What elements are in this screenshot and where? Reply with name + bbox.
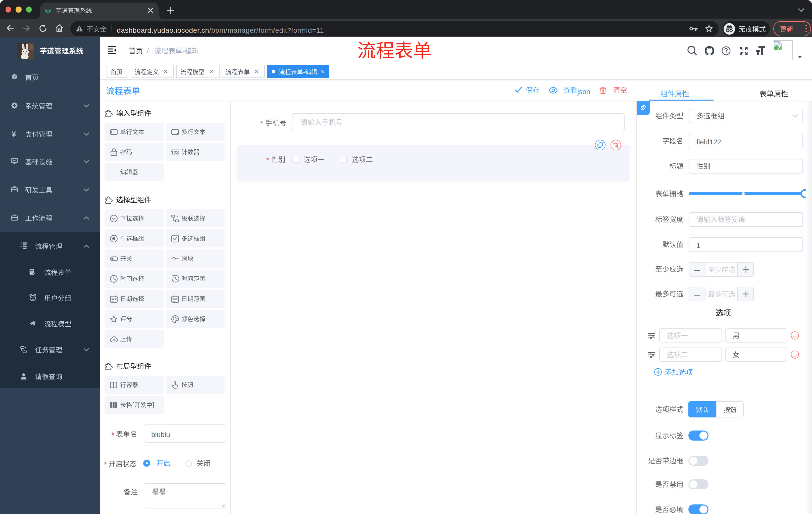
svg-text:123: 123 (171, 150, 179, 155)
